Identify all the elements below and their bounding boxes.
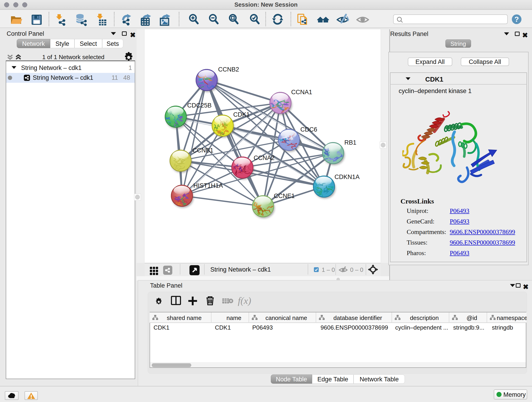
svg-text:RB1: RB1 [344, 139, 356, 146]
svg-text:CDC6: CDC6 [300, 126, 317, 133]
svg-text:CDKN1A: CDKN1A [335, 173, 360, 180]
svg-text:CCNE1: CCNE1 [274, 192, 295, 199]
svg-text:CCNA1: CCNA1 [291, 89, 312, 96]
svg-text:CDC25B: CDC25B [187, 102, 212, 109]
svg-text:CCNB2: CCNB2 [218, 66, 239, 73]
svg-text:HIST1H1A: HIST1H1A [193, 182, 223, 189]
svg-text:CCNB1: CCNB1 [192, 147, 214, 154]
svg-text:CCNA2: CCNA2 [254, 154, 275, 161]
svg-text:CDK1: CDK1 [233, 111, 250, 118]
